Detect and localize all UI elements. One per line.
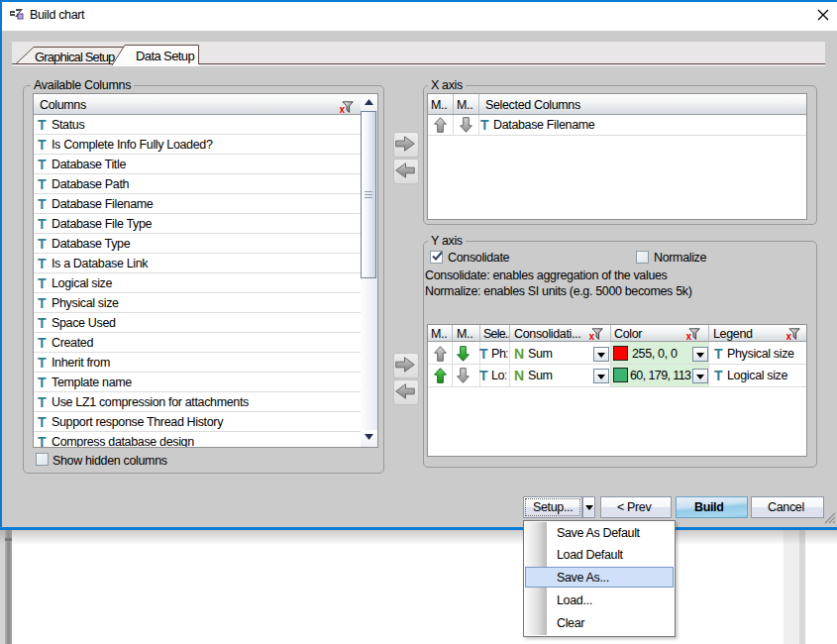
svg-text:x: x	[340, 104, 346, 114]
svg-text:x: x	[786, 331, 792, 341]
svg-text:x: x	[589, 331, 595, 341]
svg-text:x: x	[686, 331, 692, 341]
